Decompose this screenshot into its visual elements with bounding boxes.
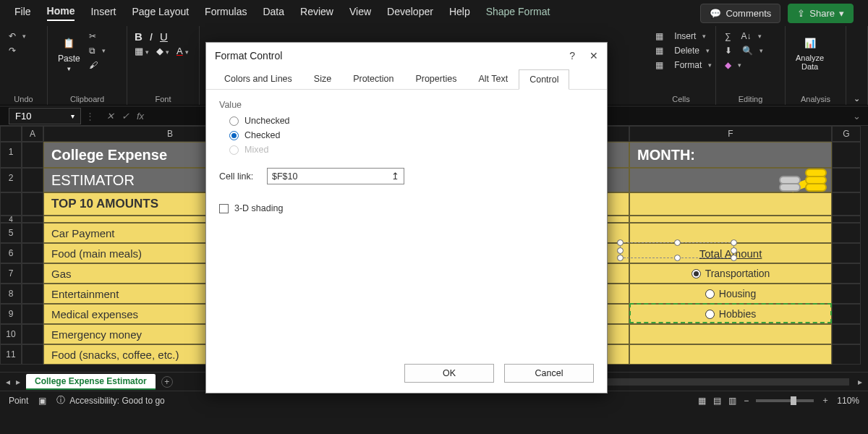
border-button[interactable]: ▦ — [135, 46, 149, 56]
fill-color-button[interactable]: ◆ — [156, 46, 169, 56]
undo-button[interactable]: ↶ — [7, 30, 27, 42]
shading-checkbox[interactable]: 3-D shading — [219, 203, 594, 213]
underline-button[interactable]: U — [160, 30, 168, 43]
view-page-break-icon[interactable]: ▥ — [728, 396, 736, 406]
comments-button[interactable]: 💬 Comments — [700, 4, 780, 23]
view-normal-icon[interactable]: ▦ — [698, 396, 706, 406]
cells-delete-button[interactable]: ▦ Delete — [654, 45, 711, 56]
tab-insert[interactable]: Insert — [90, 6, 116, 20]
tab-developer[interactable]: Developer — [387, 6, 433, 20]
radio-unchecked[interactable]: Unchecked — [229, 116, 594, 126]
accessibility-status[interactable]: Accessibility: Good to go — [69, 396, 164, 406]
redo-button[interactable]: ↷ — [7, 45, 17, 56]
delete-icon: ▦ — [655, 46, 663, 56]
dialog-tabs: Colors and Lines Size Protection Propert… — [206, 69, 607, 90]
zoom-out-button[interactable]: − — [744, 396, 749, 406]
cut-button[interactable]: ✂ — [88, 30, 107, 42]
row-header-2[interactable]: 2 — [0, 168, 22, 192]
group-editing-label: Editing — [723, 95, 778, 103]
format-painter-button[interactable]: 🖌 — [88, 59, 107, 71]
tab-home[interactable]: Home — [47, 5, 75, 21]
tab-page-layout[interactable]: Page Layout — [132, 6, 189, 20]
col-header-g[interactable]: G — [832, 126, 861, 142]
group-clipboard-label: Clipboard — [55, 95, 119, 103]
sheet-nav-first[interactable]: ◂ — [6, 377, 10, 387]
cancel-formula-icon[interactable]: ✕ — [106, 111, 114, 122]
paste-button[interactable]: 📋 Paste ▾ — [55, 30, 83, 75]
value-group-label: Value — [219, 100, 594, 110]
copy-button[interactable]: ⧉ — [88, 45, 107, 56]
zoom-value[interactable]: 110% — [837, 396, 859, 406]
share-label: Share — [809, 8, 835, 19]
autosum-button[interactable]: ∑ A↓ — [723, 30, 763, 42]
close-icon[interactable]: ✕ — [590, 50, 598, 61]
row-header-4[interactable]: 4 — [0, 216, 22, 223]
row-header-6[interactable]: 6 — [0, 243, 22, 263]
zoom-in-button[interactable]: ＋ — [821, 394, 830, 407]
h-scroll-right[interactable]: ▸ — [858, 377, 862, 387]
row-header-10[interactable]: 10 — [0, 324, 22, 344]
new-sheet-button[interactable]: + — [161, 376, 173, 388]
dlg-tab-alt-text[interactable]: Alt Text — [467, 69, 519, 89]
format-icon: ▦ — [655, 60, 663, 70]
bold-button[interactable]: B — [135, 30, 142, 43]
sheet-nav-prev[interactable]: ▸ — [16, 377, 20, 387]
cell-link-input[interactable]: $F$10 ↥ — [267, 168, 404, 184]
cancel-button[interactable]: Cancel — [504, 364, 594, 383]
h-scrollbar[interactable] — [589, 378, 849, 386]
cells-insert-button[interactable]: ▦ Insert — [654, 30, 707, 42]
cells-format-button[interactable]: ▦ Format — [654, 59, 713, 71]
font-color-button[interactable]: A — [176, 46, 189, 56]
clear-button[interactable]: ◆ — [723, 59, 743, 71]
help-icon[interactable]: ? — [569, 50, 575, 61]
fx-icon[interactable]: fx — [137, 111, 144, 122]
analyze-data-button[interactable]: 📊 Analyze Data — [793, 30, 827, 74]
ribbon-tab-bar: File Home Insert Page Layout Formulas Da… — [0, 0, 868, 26]
dlg-tab-protection[interactable]: Protection — [342, 69, 404, 89]
ok-button[interactable]: OK — [404, 364, 494, 383]
shape-selection[interactable] — [620, 242, 734, 258]
ribbon-collapse-button[interactable]: ⌄ — [854, 94, 860, 103]
paste-label: Paste — [58, 54, 80, 64]
name-box[interactable]: F10 ▾ — [9, 108, 81, 124]
tab-review[interactable]: Review — [300, 6, 333, 20]
group-analysis-label: Analysis — [793, 95, 838, 103]
tab-help[interactable]: Help — [449, 6, 470, 20]
share-button[interactable]: ⇪ Share ▾ — [788, 4, 854, 23]
dlg-tab-size[interactable]: Size — [303, 69, 342, 89]
tab-formulas[interactable]: Formulas — [205, 6, 247, 20]
group-font-label: Font — [135, 95, 192, 103]
view-page-layout-icon[interactable]: ▤ — [713, 396, 721, 406]
select-all-corner[interactable] — [0, 126, 22, 142]
option-housing[interactable]: Housing — [705, 288, 756, 299]
row-header-3-4[interactable] — [0, 192, 22, 216]
col-header-a[interactable]: A — [22, 126, 43, 142]
row-header-7[interactable]: 7 — [0, 263, 22, 284]
option-transportation[interactable]: Transportation — [692, 268, 770, 279]
formula-expand-button[interactable]: ⌄ — [846, 111, 868, 122]
row-header-8[interactable]: 8 — [0, 284, 22, 304]
range-picker-icon[interactable]: ↥ — [391, 171, 399, 182]
row-header-1[interactable]: 1 — [0, 142, 22, 168]
tab-shape-format[interactable]: Shape Format — [486, 6, 550, 20]
dlg-tab-control[interactable]: Control — [519, 69, 569, 90]
tab-file[interactable]: File — [14, 6, 31, 20]
sheet-tab-active[interactable]: College Expense Estimator — [26, 374, 156, 390]
radio-checked[interactable]: Checked — [229, 130, 594, 140]
dlg-tab-colors[interactable]: Colors and Lines — [213, 69, 303, 89]
zoom-slider[interactable] — [756, 399, 814, 402]
col-header-f[interactable]: F — [629, 126, 832, 142]
record-macro-icon[interactable]: ▣ — [38, 396, 46, 406]
fill-button[interactable]: ⬇ 🔍 — [723, 45, 765, 56]
italic-button[interactable]: I — [150, 30, 153, 43]
row-header-11[interactable]: 11 — [0, 344, 22, 365]
month-label: MONTH: — [637, 147, 695, 163]
tab-view[interactable]: View — [349, 6, 371, 20]
tab-data[interactable]: Data — [263, 6, 284, 20]
accept-formula-icon[interactable]: ✓ — [122, 111, 129, 122]
row-header-9[interactable]: 9 — [0, 304, 22, 324]
dlg-tab-properties[interactable]: Properties — [404, 69, 467, 89]
cell-link-label: Cell link: — [219, 171, 260, 182]
name-box-value: F10 — [15, 111, 31, 122]
row-header-5[interactable]: 5 — [0, 223, 22, 243]
